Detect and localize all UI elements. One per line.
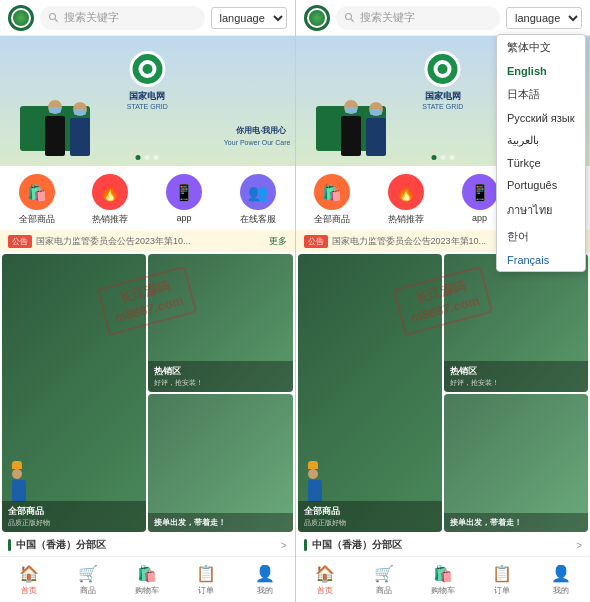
all-goods-icon-left: 🛍️ (19, 174, 55, 210)
product-top-right-left[interactable]: 热销区 好评，抢安装！ (148, 254, 292, 392)
state-grid-logo-right: 国家电网 STATE GRID (422, 51, 463, 110)
nav-goods-label-left: 商品 (80, 585, 96, 596)
nav-cart-label-right: 购物车 (431, 585, 455, 596)
dot-1-left (136, 155, 141, 160)
search-bar-right[interactable]: 搜索关键字 (336, 6, 501, 30)
product-overlay-tr-left: 热销区 好评，抢安装！ (148, 361, 292, 392)
icon-hot-left[interactable]: 🔥 热销推荐 (74, 174, 148, 226)
bottom-nav-left: 🏠 首页 🛒 商品 🛍️ 购物车 📋 订单 👤 我的 (0, 556, 295, 602)
product-sub-tr-right: 好评，抢安装！ (450, 378, 582, 388)
section-bar-right (304, 539, 307, 551)
search-bar-left[interactable]: 搜索关键字 (40, 6, 205, 30)
icon-app-left[interactable]: 📱 app (147, 174, 221, 226)
svg-point-0 (50, 13, 56, 19)
dropdown-item-ko[interactable]: 한어 (497, 224, 585, 249)
right-panel: 搜索关键字 language 繁体中文 English 日本語 Русский … (296, 0, 591, 602)
dropdown-item-tr[interactable]: Türkçe (497, 152, 585, 174)
mask-1 (49, 107, 61, 113)
person-left (45, 100, 65, 156)
dot-2-right (440, 155, 445, 160)
state-grid-logo: 国家电网 STATE GRID (127, 51, 168, 110)
product-top-right-right[interactable]: 热销区 好评，抢安装！ (444, 254, 588, 392)
more-link-left[interactable]: 更多 (269, 235, 287, 248)
nav-home-right[interactable]: 🏠 首页 (296, 557, 355, 602)
language-select-left[interactable]: language (211, 7, 287, 29)
notice-bar-left: 公告 国家电力监管委员会公告2023年第10... 更多 (0, 230, 295, 252)
product-overlay-main-right: 全部商品 品质正版好物 (298, 501, 442, 532)
orders-icon-left: 📋 (196, 564, 216, 583)
icon-all-goods-right[interactable]: 🛍️ 全部商品 (296, 174, 370, 226)
carousel-dots-left (136, 155, 159, 160)
whead-r (308, 469, 318, 479)
nav-orders-left[interactable]: 📋 订单 (177, 557, 236, 602)
nav-orders-right[interactable]: 📋 订单 (472, 557, 531, 602)
dot-2-left (145, 155, 150, 160)
icon-hot-right[interactable]: 🔥 热销推荐 (369, 174, 443, 226)
dropdown-item-zh[interactable]: 繁体中文 (497, 35, 585, 60)
nav-cart-right[interactable]: 🛍️ 购物车 (413, 557, 472, 602)
person-body-1 (45, 116, 65, 156)
dot-3-left (154, 155, 159, 160)
product-sub-main-left: 品质正版好物 (8, 518, 140, 528)
product-bottom-right-left[interactable]: 接单出发，带着走！ (148, 394, 292, 532)
search-placeholder-left: 搜索关键字 (64, 10, 119, 25)
nav-cart-label-left: 购物车 (135, 585, 159, 596)
app-label-right: app (472, 213, 487, 223)
helmet (12, 461, 22, 469)
hot-label-left: 热销推荐 (92, 213, 128, 226)
left-panel: 搜索关键字 language 国家电网 STATE GRID (0, 0, 295, 602)
product-title-tr-left: 热销区 (154, 365, 286, 378)
nav-mine-right[interactable]: 👤 我的 (531, 557, 590, 602)
product-bottom-right-right[interactable]: 接单出发，带着走！ (444, 394, 588, 532)
mask-r1 (345, 107, 357, 113)
cart-icon-left: 🛍️ (137, 564, 157, 583)
home-icon-left: 🏠 (19, 564, 39, 583)
service-icon-left: 👥 (240, 174, 276, 210)
product-main-left[interactable]: 全部商品 品质正版好物 (2, 254, 146, 532)
worker-figure-left (12, 461, 26, 502)
icon-service-left[interactable]: 👥 在线客服 (221, 174, 295, 226)
dropdown-item-fr[interactable]: Français (497, 249, 585, 271)
section-arrow-left[interactable]: > (281, 540, 287, 551)
wbody-r (308, 480, 322, 502)
dropdown-item-ja[interactable]: 日本語 (497, 82, 585, 107)
language-dropdown[interactable]: 繁体中文 English 日本語 Русский язык بالعربية T… (496, 34, 586, 272)
section-arrow-right[interactable]: > (576, 540, 582, 551)
nav-mine-left[interactable]: 👤 我的 (236, 557, 295, 602)
nav-home-left[interactable]: 🏠 首页 (0, 557, 59, 602)
app-icon-right: 📱 (462, 174, 498, 210)
nav-goods-left[interactable]: 🛒 商品 (59, 557, 118, 602)
notice-text-left: 国家电力监管委员会公告2023年第10... (36, 235, 265, 248)
slogan-cn-left: 你用电·我用心 (236, 125, 286, 136)
nav-goods-right[interactable]: 🛒 商品 (354, 557, 413, 602)
dropdown-item-pt[interactable]: Português (497, 174, 585, 196)
person-head-r2 (369, 102, 383, 116)
product-title-br-left: 接单出发，带着走！ (154, 517, 286, 528)
mine-icon-right: 👤 (551, 564, 571, 583)
goods-icon-right: 🛒 (374, 564, 394, 583)
carousel-left: 国家电网 STATE GRID 你用电·我用心 Your Power (0, 36, 295, 166)
icon-all-goods-left[interactable]: 🛍️ 全部商品 (0, 174, 74, 226)
dropdown-item-ar[interactable]: بالعربية (497, 129, 585, 152)
person-head-2 (73, 102, 87, 116)
language-select-right[interactable]: language (506, 7, 582, 29)
section-title-right: 中国（香港）分部区 (312, 538, 577, 552)
dropdown-item-th[interactable]: ภาษาไทย (497, 196, 585, 224)
emblem-right (425, 51, 461, 87)
product-bg-r3 (444, 394, 588, 532)
nav-cart-left[interactable]: 🛍️ 购物车 (118, 557, 177, 602)
notice-badge-right: 公告 (304, 235, 328, 248)
product-main-right[interactable]: 全部商品 品质正版好物 (298, 254, 442, 532)
dropdown-item-en[interactable]: English (497, 60, 585, 82)
all-goods-label-right: 全部商品 (314, 213, 350, 226)
dropdown-item-ru[interactable]: Русский язык (497, 107, 585, 129)
search-placeholder-right: 搜索关键字 (360, 10, 415, 25)
product-title-main-right: 全部商品 (304, 505, 436, 518)
person-head-r1 (344, 100, 358, 114)
cart-icon-right: 🛍️ (433, 564, 453, 583)
worker-figure-right (308, 461, 322, 502)
hot-icon-right: 🔥 (388, 174, 424, 210)
state-grid-emblem (129, 51, 165, 87)
product-title-tr-right: 热销区 (450, 365, 582, 378)
all-goods-icon-right: 🛍️ (314, 174, 350, 210)
